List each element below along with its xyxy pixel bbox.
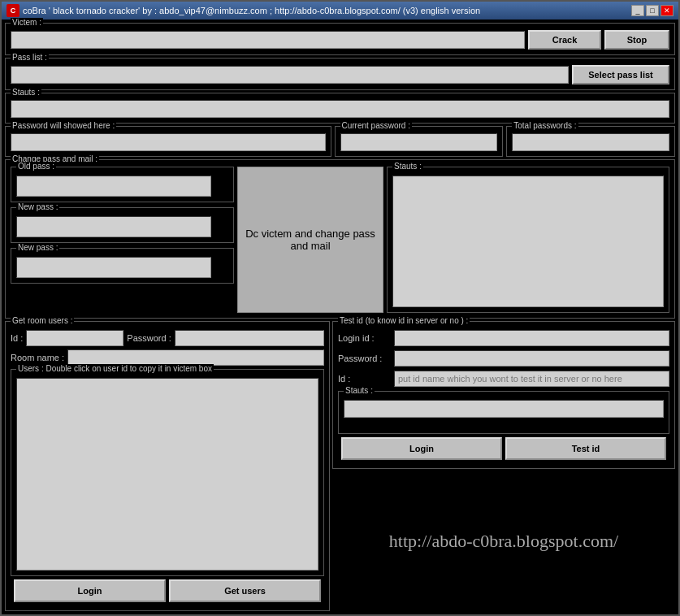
test-password-input[interactable] (394, 350, 669, 367)
old-pass-label: Old pass : (16, 162, 56, 171)
change-left: Old pass : New pass : New pass : (11, 167, 234, 313)
victim-row: Crack Stop (11, 30, 669, 50)
room-buttons: Login Get users (11, 576, 324, 605)
change-section: Old pass : New pass : New pass : Dc vict… (11, 167, 669, 313)
title-bar-left: C coBra ' black tornado cracker' by : ab… (6, 4, 480, 17)
minimize-button[interactable]: _ (631, 5, 644, 16)
dc-text: Dc victem and change pass and mail (245, 228, 375, 252)
id-label: Id : (11, 333, 23, 343)
main-content: Victem : Crack Stop Pass list : Select p… (2, 20, 678, 614)
new-pass2-input[interactable] (16, 257, 211, 278)
test-id-field-label: Id : (338, 374, 391, 384)
test-id-button[interactable]: Test id (505, 437, 666, 460)
new-pass1-input[interactable] (16, 216, 211, 237)
url-bar: http://abdo-c0bra.blogspot.com/ (332, 471, 675, 611)
login-id-label: Login id : (338, 333, 391, 343)
stop-button[interactable]: Stop (604, 30, 669, 50)
pass-showed-input[interactable] (11, 133, 326, 151)
new-pass1-group: New pass : (11, 207, 234, 243)
test-password-row: Password : (338, 350, 669, 367)
total-pass-input[interactable] (512, 133, 669, 151)
room-password-input[interactable] (175, 330, 324, 346)
url-text: http://abdo-c0bra.blogspot.com/ (389, 531, 618, 552)
select-pass-button[interactable]: Select pass list (572, 65, 669, 85)
crack-button[interactable]: Crack (528, 30, 601, 50)
room-id-input[interactable] (26, 330, 123, 346)
total-pass-label: Total passwords : (512, 121, 578, 130)
users-list[interactable] (16, 378, 318, 570)
victim-input[interactable] (11, 31, 525, 49)
room-name-label: Room name : (11, 353, 64, 362)
pass-list-input[interactable] (11, 66, 569, 84)
title-buttons: _ □ ✕ (631, 5, 674, 16)
users-label: Users : Double click on user id to copy … (16, 364, 214, 373)
window-title: coBra ' black tornado cracker' by : abdo… (23, 6, 480, 15)
users-group: Users : Double click on user id to copy … (11, 369, 324, 576)
old-pass-group: Old pass : (11, 167, 234, 202)
login-button[interactable]: Login (14, 579, 166, 602)
close-button[interactable]: ✕ (661, 5, 674, 16)
test-login-id-row: Login id : (338, 330, 669, 346)
test-id-label: Test id (to know id in server or no ) : (338, 316, 470, 325)
app-icon: C (6, 4, 19, 17)
total-pass-group: Total passwords : (506, 126, 675, 157)
pass-list-group: Pass list : Select pass list (5, 58, 675, 90)
test-stauts-label: Stauts : (344, 386, 375, 395)
new-pass1-label: New pass : (16, 202, 59, 211)
room-name-input[interactable] (67, 349, 324, 366)
new-pass2-label: New pass : (16, 243, 59, 252)
test-login-id-input[interactable] (394, 330, 669, 346)
get-room-group: Get room users : Id : Password : Room na… (5, 321, 330, 611)
maximize-button[interactable]: □ (646, 5, 659, 16)
test-login-button[interactable]: Login (341, 437, 502, 460)
stauts-group: Stauts : (5, 93, 675, 124)
test-id-group: Test id (to know id in server or no ) : … (332, 321, 675, 469)
title-bar: C coBra ' black tornado cracker' by : ab… (2, 2, 678, 20)
current-pass-label: Current password : (340, 121, 412, 130)
bottom-section: Get room users : Id : Password : Room na… (5, 321, 675, 611)
change-stauts-label: Stauts : (392, 162, 423, 171)
pass-showed-group: Password will showed here : (5, 126, 331, 157)
change-stauts-group: Stauts : (387, 167, 669, 313)
current-pass-input[interactable] (340, 133, 498, 151)
test-stauts-group: Stauts : (338, 391, 669, 434)
change-stauts-box: Stauts : (387, 167, 669, 313)
dc-button-area[interactable]: Dc victem and change pass and mail (237, 167, 383, 313)
test-stauts-input[interactable] (344, 400, 664, 418)
test-password-label: Password : (338, 354, 391, 363)
password-label: Password : (127, 333, 171, 343)
victim-label: Victem : (11, 18, 43, 27)
change-group: Change pass and mail : Old pass : New pa… (5, 159, 675, 319)
pass-info-row: Password will showed here : Current pass… (5, 126, 675, 157)
stauts-input[interactable] (11, 100, 669, 118)
room-id-row: Id : Password : (11, 330, 324, 346)
old-pass-input[interactable] (16, 176, 211, 197)
current-pass-group: Current password : (335, 126, 504, 157)
test-buttons: Login Test id (338, 434, 669, 463)
stauts-label: Stauts : (11, 88, 41, 97)
get-users-button[interactable]: Get users (169, 579, 321, 602)
main-window: C coBra ' black tornado cracker' by : ab… (0, 0, 680, 616)
get-room-label: Get room users : (11, 316, 74, 325)
new-pass2-group: New pass : (11, 248, 234, 284)
pass-list-row: Select pass list (11, 65, 669, 85)
victim-group: Victem : Crack Stop (5, 23, 675, 55)
pass-showed-label: Password will showed here : (11, 121, 116, 130)
change-stauts-textarea[interactable] (392, 176, 664, 307)
room-name-row: Room name : (11, 349, 324, 366)
test-id-field-row: Id : (338, 371, 669, 387)
test-id-field-input[interactable] (394, 371, 669, 387)
right-panel: Test id (to know id in server or no ) : … (332, 321, 675, 611)
pass-list-label: Pass list : (11, 53, 49, 62)
